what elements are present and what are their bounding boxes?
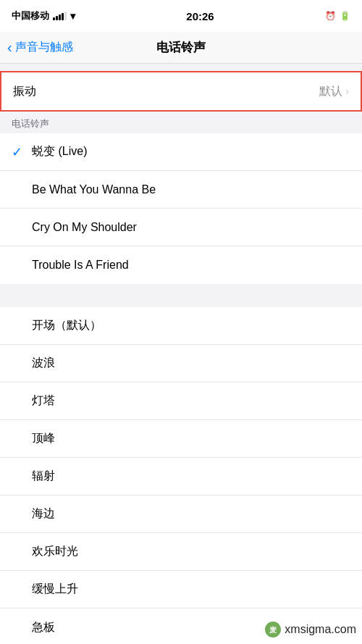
vibration-section: 振动 默认 › [0,71,362,112]
ringtone-label: Cry On My Shoulder [32,221,350,234]
list-item[interactable]: 海边 [0,495,362,533]
back-label: 声音与触感 [15,40,73,55]
alarm-icon: ⏰ [325,11,336,21]
list-item[interactable]: 欢乐时光 [0,533,362,571]
list-item[interactable]: 顶峰 [0,420,362,458]
section-label: 电话铃声 [0,112,362,133]
group-divider [0,284,362,307]
ringtone-label: 波浪 [32,356,350,371]
vibration-value: 默认 [319,84,342,99]
status-right: ⏰ 🔋 [325,11,350,21]
svg-text:麦: 麦 [269,626,277,634]
watermark: 麦 xmsigma.com [264,621,356,638]
signal-bars-icon [53,12,67,20]
back-button[interactable]: ‹ 声音与触感 [7,40,73,55]
page-title: 电话铃声 [156,39,206,56]
list-item[interactable]: ✓ 蜕变 (Live) [0,133,362,171]
list-item[interactable]: 开场（默认） [0,307,362,345]
list-item[interactable]: 辐射 [0,458,362,495]
list-item[interactable]: 灯塔 [0,382,362,420]
wifi-icon: ▾ [70,10,75,22]
status-left: 中国移动 ▾ [12,9,75,22]
ringtone-label: 缓慢上升 [32,582,350,597]
vibration-chevron-icon: › [345,85,349,97]
ringtone-group-1: ✓ 蜕变 (Live) Be What You Wanna Be Cry On … [0,133,362,284]
ringtone-label: 欢乐时光 [32,544,350,559]
battery-icon: 🔋 [340,11,350,21]
list-item[interactable]: Be What You Wanna Be [0,171,362,209]
ringtone-label: 蜕变 (Live) [32,144,350,159]
vibration-label: 振动 [13,84,36,99]
watermark-logo-icon: 麦 [264,621,282,638]
vibration-row[interactable]: 振动 默认 › [1,72,361,110]
list-item[interactable]: 缓慢上升 [0,571,362,609]
ringtone-label: 海边 [32,506,350,522]
status-time: 20:26 [186,10,214,22]
list-item[interactable]: Cry On My Shoulder [0,209,362,246]
ringtone-group-2: 开场（默认） 波浪 灯塔 顶峰 辐射 海边 欢乐时光 缓慢上升 急板 [0,307,362,644]
ringtone-label: 开场（默认） [32,318,350,333]
ringtone-label: 顶峰 [32,431,350,446]
nav-bar: ‹ 声音与触感 电话铃声 [0,32,362,64]
status-bar: 中国移动 ▾ 20:26 ⏰ 🔋 [0,0,362,32]
back-chevron-icon: ‹ [7,40,12,54]
ringtone-label: Be What You Wanna Be [32,183,350,196]
ringtone-label: 辐射 [32,469,350,484]
ringtone-label: Trouble Is A Friend [32,259,350,272]
vibration-value-container: 默认 › [319,84,349,99]
carrier-label: 中国移动 [12,9,49,22]
watermark-text: xmsigma.com [285,623,356,636]
list-item[interactable]: Trouble Is A Friend [0,246,362,284]
ringtone-label: 灯塔 [32,393,350,409]
list-item[interactable]: 波浪 [0,345,362,382]
checkmark-icon: ✓ [12,144,32,160]
